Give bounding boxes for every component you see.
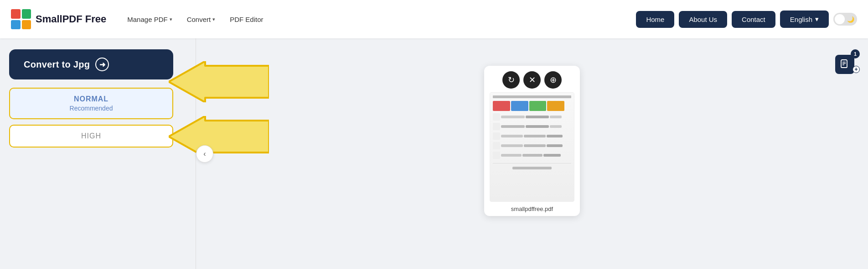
logo-cell-4 [22, 20, 31, 30]
pdf-card: ↻ ✕ ⊕ [484, 66, 580, 216]
add-file-icon: + [852, 66, 860, 73]
chevron-left-icon: ‹ [203, 150, 206, 158]
nav-manage-pdf[interactable]: Manage PDF ▾ [121, 12, 178, 27]
pdf-card-actions: ↻ ✕ ⊕ [502, 71, 562, 89]
header: SmallPDF Free Manage PDF ▾ Convert ▾ PDF… [0, 0, 868, 38]
nav-pdf-editor[interactable]: PDF Editor [223, 12, 269, 27]
logo-cell-2 [22, 9, 31, 19]
collapse-panel-button[interactable]: ‹ [196, 145, 213, 163]
nav-manage-pdf-label: Manage PDF [127, 16, 167, 23]
svg-marker-1 [169, 116, 269, 157]
language-button[interactable]: English ▾ [780, 11, 829, 28]
about-button[interactable]: About Us [679, 11, 727, 28]
quality-normal-label: NORMAL [19, 95, 163, 103]
logo-area: SmallPDF Free [11, 9, 106, 29]
quality-high-label: HIGH [19, 132, 163, 140]
delete-button[interactable]: ✕ [523, 71, 541, 89]
convert-to-jpg-button[interactable]: Convert to Jpg ➜ [9, 49, 173, 79]
convert-to-jpg-label: Convert to Jpg [24, 59, 90, 70]
arrows-area [169, 61, 269, 157]
file-badge[interactable]: 1 + [835, 49, 860, 74]
nav-pdf-editor-label: PDF Editor [230, 16, 263, 23]
main-content: Convert to Jpg ➜ NORMAL Recommended HIGH… [0, 38, 868, 269]
left-panel: Convert to Jpg ➜ NORMAL Recommended HIGH [0, 38, 196, 269]
pdf-preview [490, 92, 574, 202]
main-nav: Manage PDF ▾ Convert ▾ PDF Editor [121, 12, 636, 27]
language-label: English [790, 16, 812, 23]
contact-button[interactable]: Contact [732, 11, 775, 28]
pdf-filename: smallpdffree.pdf [511, 206, 553, 212]
nav-convert-label: Convert [187, 16, 211, 23]
pdf-preview-inner [490, 93, 574, 201]
home-button[interactable]: Home [636, 11, 674, 28]
lang-chevron-icon: ▾ [815, 15, 819, 23]
logo-cell-1 [11, 9, 21, 19]
rotate-icon: ↻ [508, 75, 515, 85]
center-area: ↻ ✕ ⊕ [196, 38, 868, 269]
svg-marker-0 [169, 61, 269, 102]
arrow-bottom-icon [169, 116, 269, 157]
rotate-button[interactable]: ↻ [502, 71, 520, 89]
nav-manage-pdf-chevron: ▾ [170, 16, 172, 22]
nav-convert-chevron: ▾ [212, 16, 215, 22]
arrow-top-icon [169, 61, 269, 102]
convert-arrow-icon: ➜ [95, 58, 109, 71]
nav-convert[interactable]: Convert ▾ [181, 12, 222, 27]
quality-high-option[interactable]: HIGH [9, 125, 173, 148]
file-icon [835, 55, 854, 74]
close-icon: ✕ [529, 75, 536, 85]
logo-cell-3 [11, 20, 21, 30]
header-right: Home About Us Contact English ▾ 🌙 [636, 11, 857, 28]
quality-normal-option[interactable]: NORMAL Recommended [9, 88, 173, 119]
zoom-icon: ⊕ [550, 75, 557, 85]
zoom-button[interactable]: ⊕ [544, 71, 562, 89]
moon-icon: 🌙 [847, 16, 854, 23]
quality-normal-sub: Recommended [19, 105, 163, 112]
document-icon [840, 59, 850, 69]
logo-title: SmallPDF Free [36, 13, 106, 25]
theme-toggle-button[interactable]: 🌙 [833, 13, 857, 26]
logo-grid [11, 9, 31, 29]
